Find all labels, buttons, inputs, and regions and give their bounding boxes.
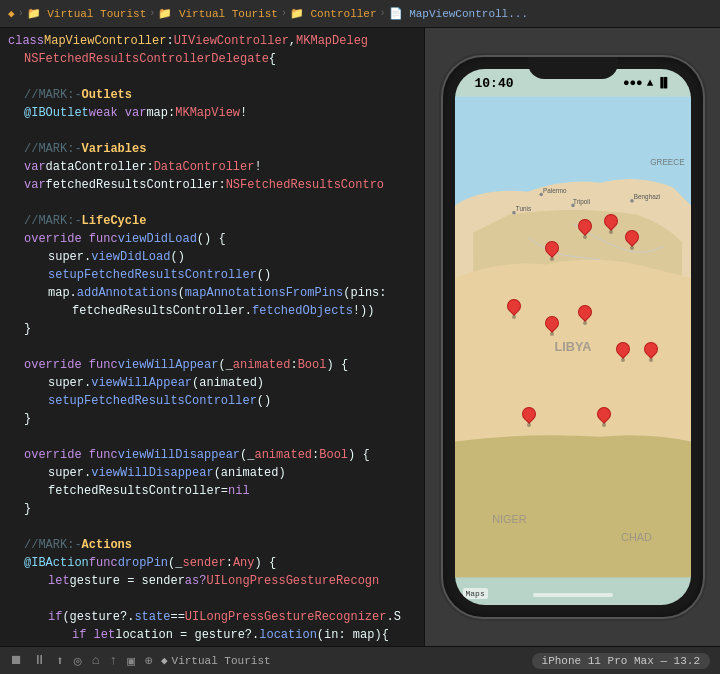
code-line: //MARK:- Outlets [0,86,424,104]
code-line [0,590,424,608]
wifi-icon: ▲ [647,77,654,89]
stop-button[interactable]: ⏹ [10,653,23,668]
code-line: super.viewWillDisappear(animated) [0,464,424,482]
code-line: override func viewWillAppear(_ animated:… [0,356,424,374]
breadcrumb-folder1[interactable]: 📁 Virtual Tourist [27,7,147,20]
code-line [0,338,424,356]
step-icon[interactable]: ⬆ [56,653,64,669]
code-line: @IBOutlet weak var map: MKMapView! [0,104,424,122]
iphone-frame: 10:40 ●●● ▲ ▐▌ [443,57,703,617]
bottom-icons: ⏹ ⏸ ⬆ ◎ ⌂ ↑ ▣ ⊕ [10,653,153,669]
code-line: } [0,320,424,338]
code-line: override func viewWillDisappear(_ animat… [0,446,424,464]
map-svg: LIBYA NIGER CHAD GREECE Palermo Tunis [455,69,691,605]
code-line: super.viewWillAppear(animated) [0,374,424,392]
pause-button[interactable]: ⏸ [33,653,46,668]
code-line: NSFetchedResultsControllerDelegate { [0,50,424,68]
code-line: setupFetchedResultsController() [0,392,424,410]
device-icon[interactable]: ▣ [127,653,135,669]
map-pin[interactable] [577,219,593,239]
status-icons: ●●● ▲ ▐▌ [623,77,671,89]
code-line: if(gesture?.state == UILongPressGestureR… [0,608,424,626]
breadcrumb-folder2[interactable]: 📁 Virtual Tourist [158,7,278,20]
svg-text:Tunis: Tunis [515,205,530,212]
simulator-panel: 10:40 ●●● ▲ ▐▌ [425,28,720,646]
svg-text:Benghazi: Benghazi [633,193,659,201]
home-indicator[interactable] [533,593,613,597]
map-pin[interactable] [596,407,612,427]
location-icon[interactable]: ◎ [74,653,82,669]
breadcrumb-bar: ◆ › 📁 Virtual Tourist › 📁 Virtual Touris… [0,0,720,28]
signal-icon: ●●● [623,77,643,89]
code-line: //MARK:- LifeCycle [0,212,424,230]
code-line [0,194,424,212]
map-container[interactable]: LIBYA NIGER CHAD GREECE Palermo Tunis [455,69,691,605]
map-pin[interactable] [521,407,537,427]
xcode-bottom-bar: ⏹ ⏸ ⬆ ◎ ⌂ ↑ ▣ ⊕ ◆ Virtual Tourist iPhone… [0,646,720,674]
code-line: //MARK:- Variables [0,140,424,158]
breadcrumb-folder3[interactable]: 📁 Controller [290,7,377,20]
svg-text:LIBYA: LIBYA [554,340,591,354]
map-pin[interactable] [577,305,593,325]
code-line: @IBAction func dropPin(_ sender: Any) { [0,554,424,572]
code-line: let gesture = sender as? UILongPressGest… [0,572,424,590]
iphone-screen: 10:40 ●●● ▲ ▐▌ [455,69,691,605]
svg-text:Palermo: Palermo [543,187,567,194]
code-line: } [0,500,424,518]
virtual-tourist-label: ◆ Virtual Tourist [161,654,271,667]
map-pin[interactable] [544,316,560,336]
map-pin[interactable] [506,299,522,319]
code-line: } [0,410,424,428]
svg-text:CHAD: CHAD [621,531,652,543]
code-line: override func viewDidLoad() { [0,230,424,248]
code-line: var fetchedResultsController: NSFetchedR… [0,176,424,194]
code-line: class MapViewController: UIViewControlle… [0,32,424,50]
project-name: Virtual Tourist [172,655,271,667]
maps-attribution: Maps [463,588,488,599]
project-icon: ◆ [8,7,15,20]
device-label[interactable]: iPhone 11 Pro Max — 13.2 [532,653,710,669]
code-line: if let location = gesture?.location(in: … [0,626,424,644]
code-line: //MARK:- Actions [0,536,424,554]
code-line [0,428,424,446]
code-editor[interactable]: class MapViewController: UIViewControlle… [0,28,425,646]
code-line: fetchedResultsController = nil [0,482,424,500]
map-pin[interactable] [603,214,619,234]
code-line: super.viewDidLoad() [0,248,424,266]
map-pin[interactable] [624,230,640,250]
svg-text:Tripoli: Tripoli [573,198,590,206]
svg-text:NIGER: NIGER [492,513,527,525]
breadcrumb-file[interactable]: 📄 MapViewControll... [389,7,528,20]
code-line: var dataController: DataController! [0,158,424,176]
code-line [0,518,424,536]
battery-icon: ▐▌ [657,77,670,89]
code-line: fetchedResultsController.fetchedObjects!… [0,302,424,320]
simulate-icon[interactable]: ⌂ [92,653,100,668]
status-time: 10:40 [475,76,514,91]
map-pin[interactable] [544,241,560,261]
main-content: class MapViewController: UIViewControlle… [0,28,720,646]
share-icon[interactable]: ↑ [109,653,117,668]
notch [528,57,618,79]
map-pin[interactable] [615,342,631,362]
settings-icon[interactable]: ⊕ [145,653,153,669]
svg-text:GREECE: GREECE [650,158,685,167]
map-pin[interactable] [643,342,659,362]
code-line: setupFetchedResultsController() [0,266,424,284]
code-line [0,122,424,140]
code-line [0,68,424,86]
code-line: map.addAnnotations(mapAnnotationsFromPin… [0,284,424,302]
app-icon: ◆ [161,654,168,667]
